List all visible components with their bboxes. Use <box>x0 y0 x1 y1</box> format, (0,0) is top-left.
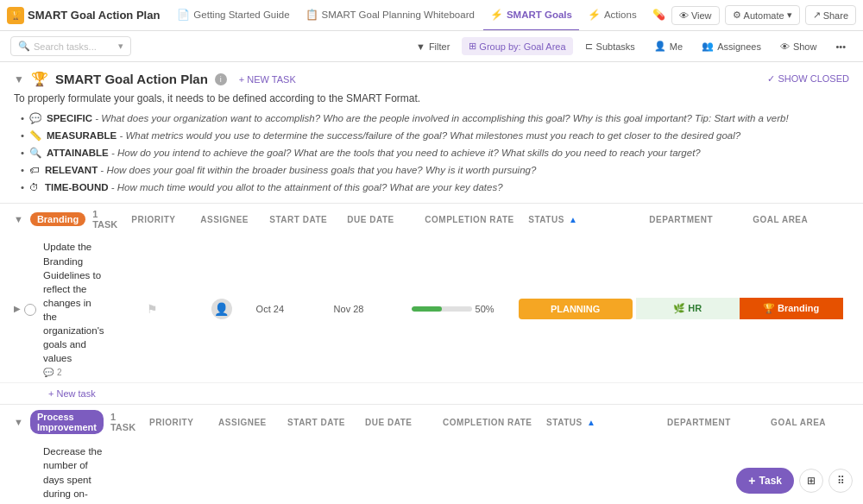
branding-task-count: 1 TASK <box>92 209 117 230</box>
nav-tabs: 📄 Getting Started Guide 📋 SMART Goal Pla… <box>170 0 668 31</box>
progress-pct: 50% <box>476 304 494 314</box>
task-checkbox[interactable] <box>24 304 36 316</box>
comment-icon: 💬 <box>43 368 54 377</box>
assignees-button[interactable]: 👥 Assignees <box>695 37 768 55</box>
automate-icon: ⚙ <box>733 9 741 21</box>
info-icon[interactable]: i <box>215 73 227 85</box>
progress-fill <box>412 306 442 312</box>
page-emoji: 🏆 <box>31 71 48 87</box>
smart-goals-icon: ⚡ <box>490 9 503 21</box>
collapse-page-icon[interactable]: ▼ <box>14 73 24 85</box>
top-nav: 🏆 SMART Goal Action Plan 📄 Getting Start… <box>0 0 863 31</box>
dept-cell: 🌿 HR <box>636 298 740 319</box>
col-priority: PRIORITY <box>131 215 200 224</box>
section-branding-header: ▼ Branding 1 TASK PRIORITY ASSIGNEE STAR… <box>0 204 863 235</box>
specific-icon: 💬 <box>29 111 41 125</box>
goal-branding: 🏆 Branding <box>740 298 843 319</box>
goal-cell: 🏆 Branding <box>740 298 843 319</box>
page-title: SMART Goal Action Plan <box>55 72 208 86</box>
show-button[interactable]: 👁 Show <box>773 38 824 55</box>
task-text: Update the Branding Guidelines to reflec… <box>43 240 111 365</box>
show-icon: 👁 <box>780 41 790 52</box>
section-process: ▼ Process Improvement 1 TASK PRIORITY AS… <box>0 404 863 504</box>
new-task-button[interactable]: + NEW TASK <box>234 72 301 86</box>
add-task-fab[interactable]: + Task <box>736 468 794 494</box>
chevron-down-icon: ▾ <box>118 41 123 52</box>
view-button[interactable]: 👁 View <box>671 6 720 25</box>
automate-button[interactable]: ⚙ Automate ▾ <box>725 5 800 25</box>
show-closed-button[interactable]: ✓ SHOW CLOSED <box>767 73 849 85</box>
toolbar-right: ▼ Filter ⊞ Group by: Goal Area ⊏ Subtask… <box>409 37 853 55</box>
col-assignee-2: ASSIGNEE <box>218 418 287 427</box>
actions-icon: ⚡ <box>588 9 601 21</box>
section-process-header: ▼ Process Improvement 1 TASK PRIORITY AS… <box>0 405 863 439</box>
smart-item-relevant: 🏷 RELEVANT - How does your goal fit with… <box>21 163 849 177</box>
process-collapse-btn[interactable]: ▼ <box>14 417 23 427</box>
group-by-button[interactable]: ⊞ Group by: Goal Area <box>462 37 572 55</box>
page-title-row: ▼ 🏆 SMART Goal Action Plan i + NEW TASK … <box>14 71 849 87</box>
status-cell: PLANNING <box>515 299 636 319</box>
process-tag: Process Improvement <box>30 410 104 434</box>
goal-health-icon: 💊 <box>652 9 665 21</box>
filter-icon: ▼ <box>416 41 425 52</box>
plus-icon: + <box>748 474 755 488</box>
filter-button[interactable]: ▼ Filter <box>409 38 457 55</box>
col-completion-2: COMPLETION RATE <box>443 418 546 427</box>
tab-smart-goals[interactable]: ⚡ SMART Goals <box>483 0 579 31</box>
assignee-cell: 👤 <box>187 299 256 319</box>
page-header: ▼ 🏆 SMART Goal Action Plan i + NEW TASK … <box>0 62 863 203</box>
col-due-2: DUE DATE <box>365 418 443 427</box>
smart-item-specific: 💬 SPECIFIC - What does your organization… <box>21 111 849 125</box>
col-goal: GOAL AREA <box>753 215 856 224</box>
col-dept: DEPARTMENT <box>649 215 753 224</box>
tab-whiteboard[interactable]: 📋 SMART Goal Planning Whiteboard <box>299 0 482 31</box>
progress-bar <box>412 306 472 312</box>
branding-collapse-btn[interactable]: ▼ <box>14 214 23 224</box>
progress-cell: 50% <box>412 304 515 314</box>
col-priority-2: PRIORITY <box>149 418 218 427</box>
page-description: To properly formulate your goals, it nee… <box>14 92 849 104</box>
new-task-branding[interactable]: + New task <box>0 383 863 404</box>
nav-actions: 👁 View ⚙ Automate ▾ ↗ Share <box>671 5 856 25</box>
status-badge[interactable]: PLANNING <box>519 299 633 319</box>
fab-mini-2[interactable]: ⠿ <box>828 469 853 493</box>
task-text-2: Decrease the number of days spent during… <box>43 444 109 504</box>
more-icon: ••• <box>835 41 846 52</box>
attainable-icon: 🔍 <box>29 146 41 160</box>
subtasks-icon: ⊏ <box>585 41 593 52</box>
whiteboard-icon: 📋 <box>306 9 318 21</box>
col-assignee: ASSIGNEE <box>200 215 269 224</box>
start-date-cell: Oct 24 <box>256 304 334 314</box>
subtasks-button[interactable]: ⊏ Subtasks <box>578 37 642 55</box>
search-icon: 🔍 <box>18 41 30 52</box>
avatar-icon: 👤 <box>214 302 229 316</box>
me-button[interactable]: 👤 Me <box>647 37 690 55</box>
priority-flag-icon: ⚑ <box>147 302 158 316</box>
section-branding: ▼ Branding 1 TASK PRIORITY ASSIGNEE STAR… <box>0 203 863 404</box>
timebound-icon: ⏱ <box>29 180 40 194</box>
fab-mini-1[interactable]: ⊞ <box>799 469 823 493</box>
more-button[interactable]: ••• <box>828 38 853 55</box>
branding-tag: Branding <box>30 212 85 226</box>
due-date-cell: Nov 28 <box>334 304 412 314</box>
relevant-icon: 🏷 <box>29 163 40 177</box>
smart-list: 💬 SPECIFIC - What does your organization… <box>14 111 849 194</box>
col-dept-2: DEPARTMENT <box>667 418 771 427</box>
col-status: STATUS ▲ <box>528 215 649 224</box>
tab-actions[interactable]: ⚡ Actions <box>581 0 644 31</box>
second-bar: 🔍 Search tasks... ▾ ▼ Filter ⊞ Group by:… <box>0 31 863 62</box>
tab-getting-started[interactable]: 📄 Getting Started Guide <box>170 0 296 31</box>
smart-item-timebound: ⏱ TIME-BOUND - How much time would you a… <box>21 180 849 194</box>
view-icon: 👁 <box>679 10 689 21</box>
col-start-2: START DATE <box>287 418 365 427</box>
assignee-avatar: 👤 <box>211 299 232 319</box>
grid-icon: ⊞ <box>807 475 816 487</box>
subtask-toggle[interactable]: ▶ <box>14 304 21 313</box>
tab-goal-health[interactable]: 💊 + Goal Health <box>646 0 668 31</box>
assignees-icon: 👥 <box>702 41 714 52</box>
search-box[interactable]: 🔍 Search tasks... ▾ <box>10 36 131 56</box>
share-button[interactable]: ↗ Share <box>805 5 856 25</box>
process-task-count: 1 TASK <box>110 412 135 432</box>
fab-area: + Task ⊞ ⠿ <box>736 468 853 494</box>
col-goal-2: GOAL AREA <box>771 418 863 427</box>
